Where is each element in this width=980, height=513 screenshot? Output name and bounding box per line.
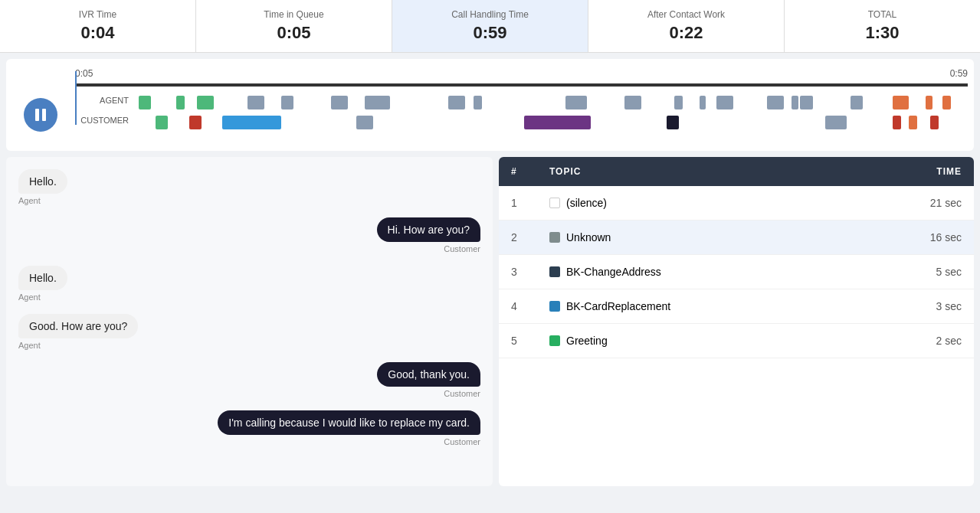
sender-2: Customer — [18, 244, 480, 253]
topic-num-2: 2 — [511, 231, 549, 243]
header-num: # — [511, 166, 549, 177]
topic-time-4: 3 sec — [885, 300, 962, 312]
bubble-2: Hi. How are you? — [377, 217, 480, 242]
topic-row-5: 5 Greeting 2 sec — [499, 324, 974, 358]
stat-total-label: TOTAL — [800, 9, 965, 20]
customer-track — [130, 114, 968, 131]
cust-seg-10 — [930, 116, 939, 129]
agent-seg-9 — [474, 96, 482, 109]
sender-4: Agent — [18, 341, 480, 350]
stat-acw: After Contact Work 0:22 — [588, 0, 785, 52]
timeline-start: 0:05 — [75, 68, 93, 79]
agent-seg-2 — [176, 96, 185, 109]
stat-queue: Time in Queue 0:05 — [196, 0, 392, 52]
topic-time-3: 5 sec — [885, 266, 962, 278]
cust-seg-2 — [189, 116, 202, 129]
svg-rect-0 — [35, 109, 39, 121]
bubble-5: Good, thank you. — [377, 362, 480, 387]
topic-row-3: 3 BK-ChangeAddress 5 sec — [499, 255, 974, 289]
header-time: TIME — [885, 166, 962, 177]
stat-ivr-value: 0:04 — [15, 23, 180, 43]
agent-seg-3 — [197, 96, 214, 109]
topic-dot-1 — [549, 198, 560, 208]
topic-name-5: Greeting — [549, 335, 885, 347]
cust-seg-7 — [825, 116, 846, 129]
sender-5: Customer — [18, 389, 480, 398]
sender-3: Agent — [18, 292, 480, 302]
topics-header: # TOPIC TIME — [499, 157, 974, 186]
header-topic: TOPIC — [549, 166, 885, 177]
pause-button[interactable] — [24, 98, 57, 132]
svg-rect-1 — [42, 109, 46, 121]
timeline-end: 0:59 — [950, 68, 968, 79]
topic-row-2: 2 Unknown 16 sec — [499, 221, 974, 255]
agent-seg-21 — [942, 96, 951, 109]
agent-seg-14 — [716, 96, 733, 109]
agent-seg-12 — [674, 96, 683, 109]
agent-seg-11 — [624, 96, 641, 109]
cust-seg-8 — [893, 116, 901, 129]
chat-message-5: Good, thank you. Customer — [18, 362, 480, 398]
topic-dot-5 — [549, 335, 560, 346]
cust-seg-5 — [524, 116, 591, 129]
agent-seg-7 — [365, 96, 390, 109]
agent-seg-18 — [893, 96, 910, 109]
chat-message-3: Hello. Agent — [18, 266, 480, 302]
agent-seg-20 — [926, 96, 932, 109]
stat-queue-label: Time in Queue — [211, 9, 376, 20]
stat-handling: Call Handling Time 0:59 — [392, 0, 588, 52]
topic-num-4: 4 — [511, 300, 549, 312]
bubble-1: Hello. — [18, 169, 67, 194]
chat-message-6: I'm calling because I would like to repl… — [18, 410, 480, 446]
agent-seg-15 — [767, 96, 784, 109]
agent-seg-16 — [792, 96, 798, 109]
cust-seg-4 — [356, 116, 373, 129]
cust-seg-6 — [667, 116, 679, 129]
topic-name-3: BK-ChangeAddress — [549, 266, 885, 278]
stat-queue-value: 0:05 — [211, 23, 376, 43]
stat-ivr-label: IVR Time — [15, 9, 180, 20]
topic-dot-2 — [549, 232, 560, 243]
chat-panel: Hello. Agent Hi. How are you? Customer H… — [6, 157, 493, 486]
cust-seg-9 — [909, 116, 917, 129]
agent-seg-13 — [700, 96, 706, 109]
stat-total: TOTAL 1:30 — [785, 0, 980, 52]
topic-time-1: 21 sec — [885, 197, 962, 209]
stat-handling-label: Call Handling Time — [408, 9, 572, 20]
topic-name-4: BK-CardReplacement — [549, 300, 885, 312]
timeline-time-labels: 0:05 0:59 — [75, 68, 968, 79]
timeline-container: 0:05 0:59 AGENT — [6, 59, 974, 151]
stat-total-value: 1:30 — [800, 23, 965, 43]
bottom-area: Hello. Agent Hi. How are you? Customer H… — [6, 157, 974, 486]
topic-num-1: 1 — [511, 197, 549, 209]
topic-time-2: 16 sec — [885, 231, 962, 243]
stat-acw-label: After Contact Work — [604, 9, 769, 20]
topic-dot-3 — [549, 266, 560, 277]
topic-num-3: 3 — [511, 266, 549, 278]
chat-message-1: Hello. Agent — [18, 169, 480, 205]
topic-row-1: 1 (silence) 21 sec — [499, 186, 974, 221]
sender-1: Agent — [18, 196, 480, 205]
agent-seg-6 — [331, 96, 348, 109]
topic-name-1: (silence) — [549, 197, 885, 209]
agent-track-label: AGENT — [75, 96, 129, 105]
stat-ivr: IVR Time 0:04 — [0, 0, 196, 52]
stat-handling-value: 0:59 — [408, 23, 572, 43]
customer-track-label: CUSTOMER — [75, 116, 129, 125]
cust-seg-1 — [156, 116, 168, 129]
timeline-tracks: 0:05 0:59 AGENT — [75, 68, 968, 142]
chat-message-4: Good. How are you? Agent — [18, 314, 480, 350]
topic-name-2: Unknown — [549, 231, 885, 243]
sender-6: Customer — [18, 437, 480, 446]
bubble-3: Hello. — [18, 266, 67, 290]
agent-seg-4 — [247, 96, 264, 109]
cust-seg-3 — [222, 116, 281, 129]
agent-seg-5 — [281, 96, 293, 109]
stat-acw-value: 0:22 — [604, 23, 769, 43]
topics-panel: # TOPIC TIME 1 (silence) 21 sec 2 Unknow… — [499, 157, 974, 486]
topic-num-5: 5 — [511, 335, 549, 347]
timeline-track-bar[interactable] — [75, 83, 968, 87]
stats-bar: IVR Time 0:04 Time in Queue 0:05 Call Ha… — [0, 0, 980, 53]
timeline-controls — [6, 68, 75, 142]
topic-dot-4 — [549, 301, 560, 312]
